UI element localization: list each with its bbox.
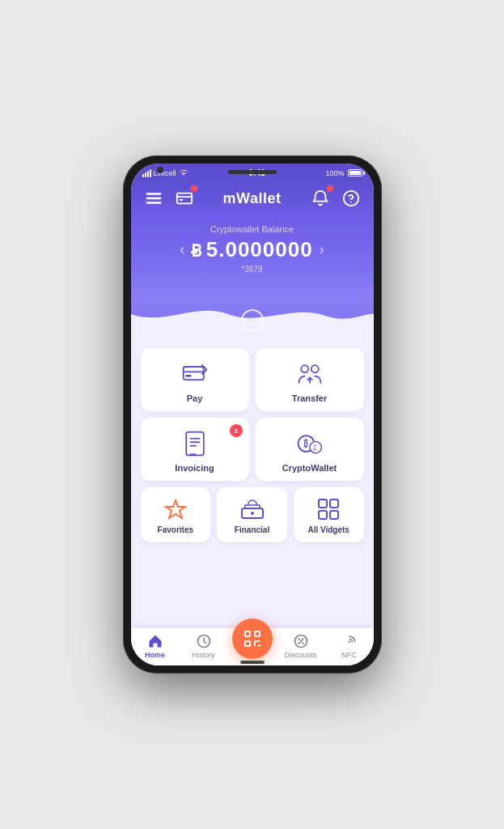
scan-icon <box>243 629 262 648</box>
transfer-card[interactable]: Transfer <box>256 348 364 411</box>
svg-rect-23 <box>245 505 260 508</box>
card-button[interactable] <box>173 187 196 210</box>
allwidgets-card[interactable]: All Vidgets <box>294 487 364 542</box>
balance-next-button[interactable]: › <box>320 241 324 258</box>
svg-point-41 <box>348 641 350 644</box>
financial-card[interactable]: Financial <box>217 487 287 542</box>
phone-frame: Lifecell 9:41 100% <box>123 155 382 674</box>
grid-row-3: Favorites Financial <box>141 487 364 542</box>
tab-discounts-label: Discounts <box>285 651 317 659</box>
financial-icon <box>240 497 265 521</box>
svg-marker-21 <box>166 500 185 518</box>
tab-history[interactable]: History <box>183 633 225 659</box>
menu-button[interactable] <box>142 187 165 210</box>
svg-rect-28 <box>330 511 338 519</box>
svg-point-24 <box>251 512 254 515</box>
balance-amount: 5.0000000 <box>206 237 313 261</box>
pay-icon <box>180 359 210 389</box>
svg-point-11 <box>301 365 308 372</box>
currency-symbol: Ƀ <box>191 242 202 260</box>
cryptowallet-card[interactable]: ₿ Ξ CryptoWallet <box>256 418 364 481</box>
cryptowallet-icon: ₿ Ξ <box>295 429 324 458</box>
header-right <box>309 187 362 210</box>
invoicing-label: Invoicing <box>175 463 214 473</box>
menu-icon <box>145 189 163 207</box>
bell-icon <box>311 189 329 207</box>
financial-label: Financial <box>235 525 269 534</box>
tab-home[interactable]: Home <box>134 633 176 659</box>
svg-point-39 <box>298 638 300 640</box>
svg-rect-8 <box>183 367 203 380</box>
svg-point-40 <box>302 642 304 644</box>
battery-icon <box>348 169 362 176</box>
bell-badge <box>326 185 334 193</box>
tab-home-label: Home <box>145 651 165 659</box>
tab-discounts[interactable]: Discounts <box>280 633 322 659</box>
tab-nfc[interactable]: NFC <box>328 633 371 659</box>
phone-camera <box>157 167 163 173</box>
help-button[interactable] <box>340 187 362 210</box>
signal-bars <box>142 169 151 177</box>
account-number: *3678 <box>147 265 358 274</box>
balance-amount-container: Ƀ 5.0000000 <box>191 237 312 262</box>
history-tab-icon <box>196 633 212 649</box>
tab-scan[interactable] <box>231 633 273 659</box>
nfc-tab-icon <box>341 633 358 649</box>
invoicing-icon <box>180 429 210 458</box>
svg-point-7 <box>350 202 352 203</box>
tab-history-label: History <box>192 651 214 659</box>
pay-label: Pay <box>187 393 203 403</box>
svg-text:Ξ: Ξ <box>312 444 316 452</box>
card-badge <box>190 185 198 193</box>
svg-rect-30 <box>245 631 250 636</box>
svg-rect-31 <box>255 631 260 636</box>
cryptowallet-label: CryptoWallet <box>282 463 337 473</box>
header-left <box>142 187 196 210</box>
svg-rect-5 <box>179 199 183 201</box>
tab-nfc-label: NFC <box>341 651 357 659</box>
app-header: mWallet <box>131 181 374 216</box>
favorites-icon <box>163 497 188 521</box>
discounts-tab-icon <box>293 633 309 649</box>
bell-button[interactable] <box>309 187 332 210</box>
phone-speaker <box>228 170 277 174</box>
pay-card[interactable]: Pay <box>141 348 249 411</box>
wave-container: ⌄ <box>131 298 374 338</box>
balance-prev-button[interactable]: ‹ <box>180 241 184 258</box>
allwidgets-label: All Vidgets <box>307 525 349 534</box>
invoicing-card[interactable]: 3 Invoicing <box>141 418 249 481</box>
allwidgets-icon <box>316 497 341 521</box>
svg-rect-13 <box>186 432 204 456</box>
phone-screen: Lifecell 9:41 100% <box>131 164 374 665</box>
favorites-card[interactable]: Favorites <box>141 487 211 542</box>
svg-text:₿: ₿ <box>303 439 307 449</box>
invoicing-badge: 3 <box>230 424 243 437</box>
balance-row: ‹ Ƀ 5.0000000 › <box>147 237 358 262</box>
help-icon <box>342 189 360 207</box>
svg-rect-3 <box>176 193 191 204</box>
wifi-icon <box>179 169 188 176</box>
balance-label: Cryptowallet Balance <box>147 224 358 234</box>
svg-rect-32 <box>245 641 250 646</box>
transfer-label: Transfer <box>292 393 327 403</box>
svg-rect-27 <box>319 511 327 519</box>
svg-point-12 <box>311 365 318 372</box>
app-title: mWallet <box>223 190 282 207</box>
svg-rect-25 <box>319 500 327 508</box>
favorites-label: Favorites <box>158 525 193 534</box>
balance-section: Cryptowallet Balance ‹ Ƀ 5.0000000 › *36… <box>131 216 374 298</box>
expand-button[interactable]: ⌄ <box>241 309 264 332</box>
main-content: Pay Transfer 3 <box>131 338 374 628</box>
svg-rect-26 <box>330 500 338 508</box>
transfer-icon <box>295 359 324 389</box>
grid-row-1: Pay Transfer <box>141 348 364 411</box>
home-tab-icon <box>147 633 163 649</box>
status-left: Lifecell <box>142 169 188 177</box>
scan-button[interactable] <box>232 619 273 659</box>
svg-rect-10 <box>185 375 191 377</box>
grid-row-2: 3 Invoicing ₿ Ξ <box>141 418 364 481</box>
status-right: 100% <box>325 169 362 177</box>
battery-label: 100% <box>325 169 344 177</box>
phone-home-button <box>240 661 265 664</box>
card-icon <box>176 189 193 207</box>
